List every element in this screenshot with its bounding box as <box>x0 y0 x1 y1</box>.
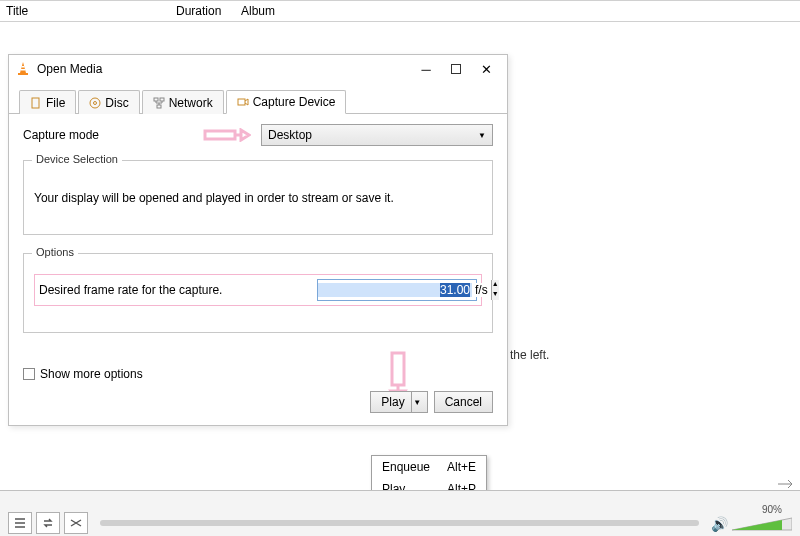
network-icon <box>153 97 165 109</box>
maximize-button[interactable] <box>441 57 471 81</box>
tab-capture-label: Capture Device <box>253 95 336 109</box>
svg-rect-10 <box>157 105 161 108</box>
dialog-title: Open Media <box>37 62 411 76</box>
play-button-drop[interactable]: ▼ <box>411 392 423 412</box>
device-selection-title: Device Selection <box>32 153 122 165</box>
framerate-label: Desired frame rate for the capture. <box>39 283 309 297</box>
show-more-row[interactable]: Show more options <box>23 367 493 381</box>
chevron-down-icon: ▼ <box>478 131 486 140</box>
playlist-icon <box>13 516 27 530</box>
annotation-arrow-right <box>203 128 251 142</box>
options-title: Options <box>32 246 78 258</box>
menu-item-enqueue[interactable]: Enqueue Alt+E <box>372 456 486 478</box>
svg-rect-11 <box>238 99 245 105</box>
col-title[interactable]: Title <box>6 4 176 18</box>
file-icon <box>30 97 42 109</box>
device-hint-text: Your display will be opened and played i… <box>34 191 394 205</box>
tab-network[interactable]: Network <box>142 90 224 114</box>
capture-device-icon <box>237 96 249 108</box>
minimize-button[interactable]: ─ <box>411 57 441 81</box>
svg-rect-3 <box>21 69 25 71</box>
menu-item-enqueue-label: Enqueue <box>382 460 430 474</box>
tab-disc-label: Disc <box>105 96 128 110</box>
show-more-checkbox[interactable] <box>23 368 35 380</box>
svg-rect-1 <box>18 73 28 75</box>
framerate-unit: f/s <box>472 283 491 297</box>
disc-icon <box>89 97 101 109</box>
options-group: Options Desired frame rate for the captu… <box>23 253 493 333</box>
cancel-button[interactable]: Cancel <box>434 391 493 413</box>
seek-bar[interactable] <box>100 520 699 526</box>
svg-rect-8 <box>154 98 158 101</box>
play-button-label: Play <box>381 395 404 409</box>
svg-rect-4 <box>452 65 461 74</box>
close-button[interactable]: ✕ <box>471 57 501 81</box>
volume-slider[interactable] <box>732 517 792 531</box>
capture-mode-label: Capture mode <box>23 128 193 142</box>
framerate-stepper[interactable]: ▲▼ <box>491 280 499 300</box>
menu-item-enqueue-accel: Alt+E <box>447 460 476 474</box>
svg-point-7 <box>94 101 97 104</box>
tab-file[interactable]: File <box>19 90 76 114</box>
play-split-button[interactable]: Play ▼ <box>370 391 427 413</box>
playlist-columns: Title Duration Album <box>0 0 800 22</box>
tab-file-label: File <box>46 96 65 110</box>
svg-point-6 <box>90 98 100 108</box>
framerate-input[interactable] <box>318 283 472 297</box>
tab-network-label: Network <box>169 96 213 110</box>
device-selection-group: Device Selection Your display will be op… <box>23 160 493 235</box>
show-more-label: Show more options <box>40 367 143 381</box>
loop-button[interactable] <box>36 512 60 534</box>
cancel-button-label: Cancel <box>445 395 482 409</box>
dialog-titlebar[interactable]: Open Media ─ ✕ <box>9 55 507 83</box>
shuffle-button[interactable] <box>64 512 88 534</box>
player-controls-bar: 90% 🔊 <box>0 490 800 536</box>
capture-mode-dropdown[interactable]: Desktop ▼ <box>261 124 493 146</box>
svg-rect-9 <box>160 98 164 101</box>
svg-rect-5 <box>32 98 39 108</box>
col-duration[interactable]: Duration <box>176 4 241 18</box>
capture-mode-value: Desktop <box>268 128 312 142</box>
loop-icon <box>41 516 55 530</box>
shuffle-icon <box>69 516 83 530</box>
speaker-icon[interactable]: 🔊 <box>711 516 728 532</box>
expand-handle-icon[interactable] <box>776 478 794 490</box>
volume-percent: 90% <box>762 504 782 515</box>
framerate-spinner[interactable]: f/s ▲▼ <box>317 279 477 301</box>
open-media-dialog: Open Media ─ ✕ File Disc Network Capture… <box>8 54 508 426</box>
vlc-cone-icon <box>15 61 31 77</box>
tab-capture-device[interactable]: Capture Device <box>226 90 347 114</box>
source-tabs: File Disc Network Capture Device <box>9 83 507 114</box>
svg-rect-2 <box>22 66 25 68</box>
tab-disc[interactable]: Disc <box>78 90 139 114</box>
col-album[interactable]: Album <box>241 4 275 18</box>
svg-marker-13 <box>732 520 782 530</box>
playlist-toggle-button[interactable] <box>8 512 32 534</box>
